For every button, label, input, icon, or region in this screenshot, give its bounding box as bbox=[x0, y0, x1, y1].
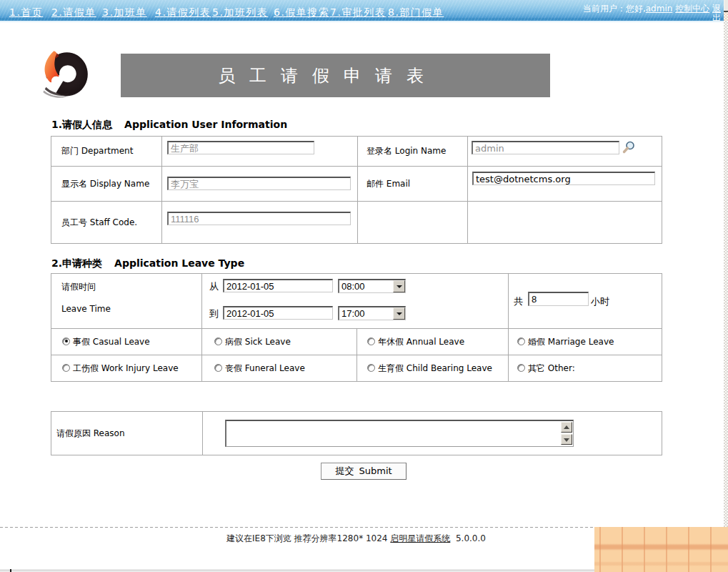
label-casual-leave: 事假 Casual Leave bbox=[73, 337, 150, 347]
section2-heading-en: Application Leave Type bbox=[114, 257, 244, 269]
arrow-up-icon bbox=[564, 425, 569, 429]
total-hours-input[interactable]: 8 bbox=[528, 292, 589, 306]
nav-overtime-form[interactable]: 3.加班单 bbox=[102, 6, 147, 19]
horizontal-scrollbar-tick bbox=[10, 569, 11, 572]
company-logo bbox=[39, 49, 89, 101]
department-input[interactable]: 生产部 bbox=[167, 141, 314, 154]
to-time-dropdown-button[interactable] bbox=[393, 307, 405, 320]
leave-time-label-zh: 请假时间 bbox=[61, 281, 201, 293]
footer-note: 建议在IE8下浏览 推荐分辨率1280* 1024 bbox=[226, 533, 387, 543]
decorative-grid-image bbox=[594, 527, 728, 572]
from-date-input[interactable]: 2012-01-05 bbox=[223, 279, 333, 292]
from-label: 从 bbox=[209, 280, 219, 293]
nav-overtime-list[interactable]: 5.加班列表 bbox=[212, 6, 268, 19]
to-date-input[interactable]: 2012-01-05 bbox=[223, 306, 333, 320]
top-nav-bar: 1.首页 2.请假单 3.加班单 4.请假列表 5.加班列表 6.假单搜索 7.… bbox=[0, 0, 728, 21]
scroll-up-button[interactable] bbox=[561, 422, 572, 433]
radio-child-bearing-leave[interactable] bbox=[367, 364, 375, 372]
submit-button[interactable]: 提交 Submit bbox=[321, 463, 407, 480]
radio-work-injury-leave[interactable] bbox=[62, 364, 70, 372]
to-time-value: 17:00 bbox=[341, 308, 365, 319]
vertical-scrollbar-track[interactable] bbox=[724, 21, 728, 527]
page: 1.首页 2.请假单 3.加班单 4.请假列表 5.加班列表 6.假单搜索 7.… bbox=[0, 0, 728, 572]
radio-sick-leave[interactable] bbox=[214, 337, 222, 345]
total-unit-label: 小时 bbox=[591, 295, 609, 308]
label-funeral-leave: 丧假 Funeral Leave bbox=[225, 363, 305, 373]
section1-heading-en: Application User Information bbox=[124, 119, 287, 130]
total-label: 共 bbox=[514, 295, 523, 308]
label-work-injury-leave: 工伤假 Work Injury Leave bbox=[73, 363, 179, 373]
reason-textarea[interactable] bbox=[225, 420, 574, 447]
display-name-input[interactable]: 李万宝 bbox=[167, 177, 351, 190]
nav-leave-form[interactable]: 2.请假单 bbox=[51, 6, 96, 19]
form-title-bar: 员工请假申请表 bbox=[121, 54, 550, 97]
radio-marriage-leave[interactable] bbox=[517, 337, 525, 345]
arrow-down-icon bbox=[564, 438, 569, 442]
topbar-fade bbox=[0, 21, 728, 23]
form-title: 员工请假申请表 bbox=[218, 54, 438, 97]
nav-leave-list[interactable]: 4.请假列表 bbox=[155, 6, 211, 19]
login-name-input[interactable]: admin bbox=[472, 141, 619, 154]
chevron-down-icon bbox=[397, 312, 402, 315]
radio-other[interactable] bbox=[517, 364, 525, 372]
footer-version: 5.0.0.0 bbox=[456, 533, 486, 543]
from-time-select[interactable]: 08:00 bbox=[338, 279, 406, 293]
current-user-label: 当前用户：您好, bbox=[583, 4, 646, 14]
section2-heading: 2.申请种类Application Leave Type bbox=[51, 257, 244, 270]
nav-search[interactable]: 6.假单搜索 bbox=[274, 6, 329, 19]
scroll-down-button[interactable] bbox=[561, 434, 572, 445]
from-time-dropdown-button[interactable] bbox=[393, 280, 405, 292]
user-name-link[interactable]: admin bbox=[646, 4, 673, 14]
vertical-scrollbar-track-top bbox=[724, 12, 728, 21]
section2-heading-zh: 2.申请种类 bbox=[51, 257, 102, 269]
login-name-label: 登录名 Login Name bbox=[367, 145, 446, 157]
nav-approval-list[interactable]: 7.审批列表 bbox=[330, 6, 386, 19]
from-time-value: 08:00 bbox=[341, 281, 365, 292]
label-marriage-leave: 婚假 Marriage Leave bbox=[528, 337, 614, 347]
radio-casual-leave[interactable] bbox=[62, 337, 70, 345]
display-name-label: 显示名 Display Name bbox=[61, 178, 149, 190]
label-other: 其它 Other: bbox=[528, 363, 575, 373]
search-user-icon[interactable] bbox=[622, 141, 635, 154]
label-sick-leave: 病假 Sick Leave bbox=[225, 337, 291, 347]
reason-label: 请假原因 Reason bbox=[56, 428, 125, 440]
footer-system-link[interactable]: 启明星请假系统 bbox=[390, 533, 450, 543]
logout-link[interactable]: 退出 bbox=[712, 4, 721, 23]
nav-dept-leave[interactable]: 8.部门假单 bbox=[388, 6, 444, 19]
control-center-link[interactable]: 控制中心 bbox=[675, 4, 709, 14]
horizontal-scrollbar[interactable] bbox=[0, 569, 594, 572]
label-annual-leave: 年休假 Annual Leave bbox=[378, 337, 464, 347]
vertical-scrollbar-button[interactable] bbox=[724, 0, 728, 11]
email-input[interactable]: test@dotnetcms.org bbox=[472, 172, 655, 185]
department-label: 部门 Department bbox=[61, 145, 133, 157]
nav-home[interactable]: 1.首页 bbox=[9, 6, 43, 19]
to-label: 到 bbox=[209, 307, 219, 320]
email-label: 邮件 Email bbox=[367, 178, 410, 190]
section1-heading: 1.请假人信息Application User Information bbox=[51, 119, 287, 132]
radio-funeral-leave[interactable] bbox=[214, 364, 222, 372]
label-child-bearing-leave: 生育假 Child Bearing Leave bbox=[378, 363, 492, 373]
staff-code-label: 员工号 Staff Code. bbox=[61, 217, 137, 229]
chevron-down-icon bbox=[397, 285, 402, 288]
staff-code-input[interactable]: 111116 bbox=[167, 212, 351, 225]
to-time-select[interactable]: 17:00 bbox=[338, 306, 406, 320]
section1-heading-zh: 1.请假人信息 bbox=[51, 119, 112, 130]
leave-time-label-en: Leave Time bbox=[61, 304, 201, 314]
radio-annual-leave[interactable] bbox=[367, 337, 375, 345]
